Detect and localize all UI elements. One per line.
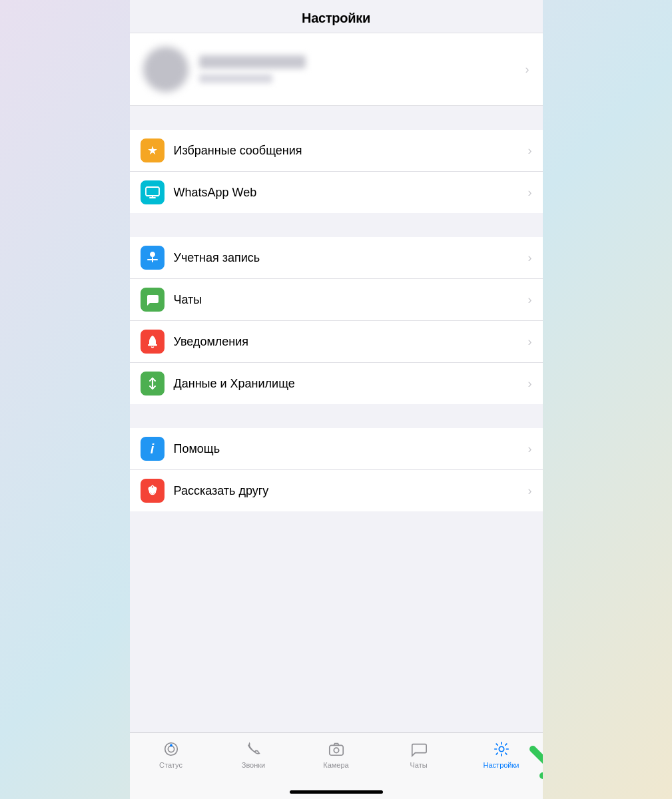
svg-rect-4 xyxy=(152,257,153,262)
share-chevron: › xyxy=(528,484,532,498)
camera-icon xyxy=(327,740,346,758)
share-icon xyxy=(141,479,165,503)
tab-camera[interactable]: Камера xyxy=(295,740,378,769)
chats-tab-icon xyxy=(410,740,428,758)
svg-rect-5 xyxy=(148,344,157,346)
home-indicator xyxy=(290,790,383,794)
chats-label: Чаты xyxy=(174,293,528,307)
svg-point-13 xyxy=(499,746,504,751)
chats-chevron: › xyxy=(528,293,532,307)
svg-point-9 xyxy=(168,746,174,752)
tab-bar: Статус Звонки Камера xyxy=(130,732,543,799)
data-label: Данные и Хранилище xyxy=(174,377,528,391)
page-header: Настройки xyxy=(130,0,543,33)
profile-section[interactable]: › xyxy=(130,33,543,106)
whatsapp-web-chevron: › xyxy=(528,186,532,200)
profile-chevron: › xyxy=(525,63,529,77)
svg-point-12 xyxy=(334,748,338,752)
data-chevron: › xyxy=(528,377,532,391)
account-chevron: › xyxy=(528,251,532,265)
share-label: Рассказать другу xyxy=(174,484,528,498)
help-label: Помощь xyxy=(174,442,528,456)
help-item[interactable]: i Помощь › xyxy=(130,428,543,470)
starred-label: Избранные сообщения xyxy=(174,144,528,158)
calls-icon xyxy=(244,740,263,758)
whatsapp-web-label: WhatsApp Web xyxy=(174,186,528,200)
tab-status-label: Статус xyxy=(159,761,182,769)
chats-item[interactable]: Чаты › xyxy=(130,279,543,321)
account-item[interactable]: Учетная запись › xyxy=(130,237,543,279)
help-icon: i xyxy=(141,437,165,461)
help-chevron: › xyxy=(528,442,532,456)
svg-rect-0 xyxy=(146,187,159,196)
notifications-label: Уведомления xyxy=(174,335,528,349)
starred-icon: ★ xyxy=(141,138,165,162)
settings-tab-icon xyxy=(492,740,511,758)
tab-calls[interactable]: Звонки xyxy=(212,740,295,769)
tab-chats-label: Чаты xyxy=(410,761,427,769)
data-item[interactable]: Данные и Хранилище › xyxy=(130,363,543,404)
tab-chats[interactable]: Чаты xyxy=(378,740,460,769)
starred-chevron: › xyxy=(528,144,532,158)
svg-rect-11 xyxy=(329,745,342,755)
tab-calls-label: Звонки xyxy=(242,761,266,769)
tab-settings-label: Настройки xyxy=(484,761,519,769)
profile-phone-blur xyxy=(199,74,272,83)
settings-group-1: ★ Избранные сообщения › WhatsApp Web › xyxy=(130,130,543,213)
whatsapp-web-icon xyxy=(141,180,165,204)
avatar xyxy=(143,47,188,92)
data-icon xyxy=(141,372,165,396)
section-gap-1 xyxy=(130,106,543,130)
profile-info xyxy=(199,55,515,83)
section-gap-2 xyxy=(130,213,543,237)
svg-point-10 xyxy=(170,744,172,747)
tab-camera-label: Камера xyxy=(323,761,348,769)
account-icon xyxy=(141,246,165,270)
account-label: Учетная запись xyxy=(174,251,528,265)
status-icon xyxy=(162,740,180,758)
settings-group-2: Учетная запись › Чаты › Уведомления › xyxy=(130,237,543,404)
notifications-icon xyxy=(141,330,165,354)
phone-screen: Настройки › ★ Избранные сообщения › xyxy=(130,0,543,799)
starred-item[interactable]: ★ Избранные сообщения › xyxy=(130,130,543,172)
settings-group-3: i Помощь › Рассказать другу › xyxy=(130,428,543,511)
section-gap-3 xyxy=(130,404,543,428)
page-title: Настройки xyxy=(302,11,370,25)
tab-status[interactable]: Статус xyxy=(130,740,212,769)
profile-name-blur xyxy=(199,55,306,69)
notifications-item[interactable]: Уведомления › xyxy=(130,321,543,363)
share-item[interactable]: Рассказать другу › xyxy=(130,470,543,511)
notifications-chevron: › xyxy=(528,335,532,349)
chats-icon xyxy=(141,288,165,312)
whatsapp-web-item[interactable]: WhatsApp Web › xyxy=(130,172,543,213)
